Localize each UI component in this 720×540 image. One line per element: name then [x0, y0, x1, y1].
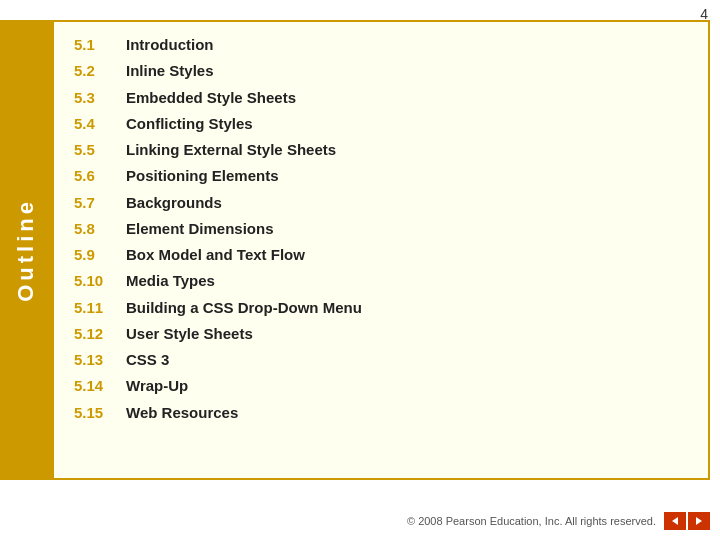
- table-row: 5.10Media Types: [70, 268, 692, 294]
- item-title: Backgrounds: [122, 190, 692, 216]
- table-row: 5.15Web Resources: [70, 400, 692, 426]
- item-title: Inline Styles: [122, 58, 692, 84]
- table-row: 5.12User Style Sheets: [70, 321, 692, 347]
- outline-table: 5.1Introduction5.2Inline Styles5.3Embedd…: [70, 32, 692, 426]
- item-number: 5.15: [70, 400, 122, 426]
- item-number: 5.8: [70, 216, 122, 242]
- svg-marker-0: [672, 517, 678, 525]
- item-title: Building a CSS Drop-Down Menu: [122, 295, 692, 321]
- table-row: 5.1Introduction: [70, 32, 692, 58]
- next-button[interactable]: [688, 512, 710, 530]
- table-row: 5.3Embedded Style Sheets: [70, 85, 692, 111]
- footer: © 2008 Pearson Education, Inc. All right…: [407, 512, 710, 530]
- item-number: 5.5: [70, 137, 122, 163]
- item-title: Linking External Style Sheets: [122, 137, 692, 163]
- item-number: 5.4: [70, 111, 122, 137]
- svg-marker-1: [696, 517, 702, 525]
- item-title: Embedded Style Sheets: [122, 85, 692, 111]
- nav-buttons: [664, 512, 710, 530]
- outline-box: 5.1Introduction5.2Inline Styles5.3Embedd…: [52, 20, 710, 480]
- item-title: User Style Sheets: [122, 321, 692, 347]
- item-number: 5.11: [70, 295, 122, 321]
- table-row: 5.7Backgrounds: [70, 190, 692, 216]
- item-number: 5.13: [70, 347, 122, 373]
- item-title: Element Dimensions: [122, 216, 692, 242]
- table-row: 5.6Positioning Elements: [70, 163, 692, 189]
- item-number: 5.2: [70, 58, 122, 84]
- prev-button[interactable]: [664, 512, 686, 530]
- table-row: 5.8Element Dimensions: [70, 216, 692, 242]
- table-row: 5.4Conflicting Styles: [70, 111, 692, 137]
- item-number: 5.9: [70, 242, 122, 268]
- item-title: Media Types: [122, 268, 692, 294]
- outline-text: Outline: [13, 198, 39, 302]
- item-number: 5.1: [70, 32, 122, 58]
- outline-label: Outline: [0, 20, 52, 480]
- item-number: 5.3: [70, 85, 122, 111]
- item-title: Box Model and Text Flow: [122, 242, 692, 268]
- table-row: 5.11Building a CSS Drop-Down Menu: [70, 295, 692, 321]
- table-row: 5.14Wrap-Up: [70, 373, 692, 399]
- table-row: 5.9Box Model and Text Flow: [70, 242, 692, 268]
- item-title: Positioning Elements: [122, 163, 692, 189]
- footer-text: © 2008 Pearson Education, Inc. All right…: [407, 515, 656, 527]
- table-row: 5.2Inline Styles: [70, 58, 692, 84]
- item-number: 5.7: [70, 190, 122, 216]
- item-title: Wrap-Up: [122, 373, 692, 399]
- item-number: 5.14: [70, 373, 122, 399]
- item-title: Introduction: [122, 32, 692, 58]
- item-number: 5.10: [70, 268, 122, 294]
- table-row: 5.5Linking External Style Sheets: [70, 137, 692, 163]
- item-title: CSS 3: [122, 347, 692, 373]
- item-title: Web Resources: [122, 400, 692, 426]
- item-number: 5.6: [70, 163, 122, 189]
- prev-icon: [670, 516, 680, 526]
- table-row: 5.13CSS 3: [70, 347, 692, 373]
- item-number: 5.12: [70, 321, 122, 347]
- item-title: Conflicting Styles: [122, 111, 692, 137]
- next-icon: [694, 516, 704, 526]
